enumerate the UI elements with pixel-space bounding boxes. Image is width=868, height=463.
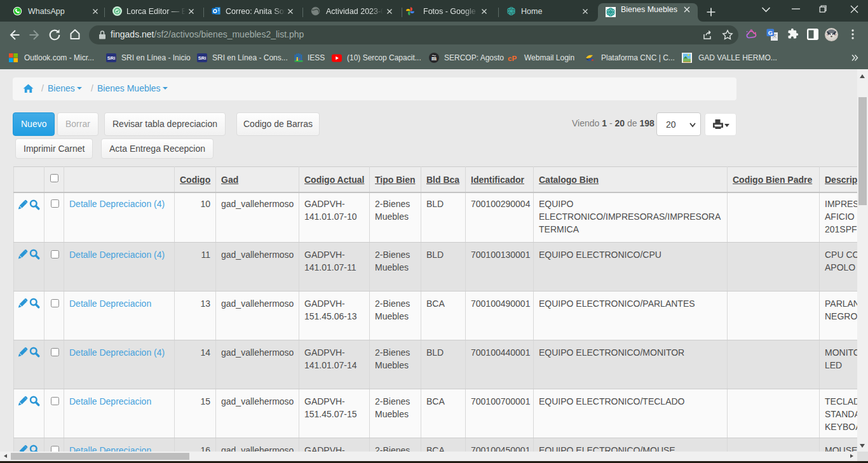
svg-text:m: m xyxy=(431,55,437,62)
svg-text:SRi: SRi xyxy=(198,55,207,61)
svg-text:cP: cP xyxy=(508,55,517,62)
svg-text:G: G xyxy=(768,29,773,36)
svg-text:SRi: SRi xyxy=(107,55,116,61)
